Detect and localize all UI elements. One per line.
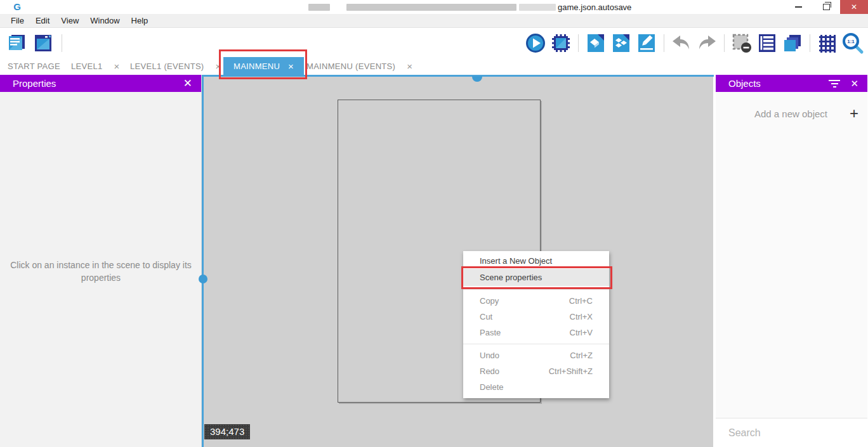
context-menu-item-cut[interactable]: Cut Ctrl+X	[463, 309, 609, 325]
tab-bar: START PAGE LEVEL1 × LEVEL1 (EVENTS) × MA…	[0, 57, 868, 75]
menu-separator	[463, 344, 609, 344]
start-page-button[interactable]	[32, 31, 55, 55]
menu-file[interactable]: File	[5, 14, 30, 27]
menu-help[interactable]: Help	[126, 14, 154, 27]
zoom-label: 1:1	[847, 39, 855, 44]
menu-item-label: Paste	[480, 328, 501, 337]
properties-panel-header: Properties ✕	[0, 75, 201, 92]
context-menu-item-paste[interactable]: Paste Ctrl+V	[463, 325, 609, 340]
redo-button[interactable]	[695, 31, 718, 55]
grid-icon	[817, 32, 838, 54]
restore-button[interactable]	[812, 0, 840, 14]
context-menu-item-copy[interactable]: Copy Ctrl+C	[463, 293, 609, 309]
layers-button[interactable]	[781, 31, 804, 55]
edit-scene-properties-button[interactable]	[635, 31, 658, 55]
resize-handle-left[interactable]	[199, 275, 207, 283]
menu-item-label: Redo	[480, 366, 499, 376]
menu-item-label: Delete	[480, 382, 504, 392]
tab-start-page[interactable]: START PAGE	[8, 57, 60, 75]
objects-panel-header: Objects ✕	[716, 75, 867, 92]
selection-minus-icon	[731, 32, 753, 54]
menu-bar: File Edit View Window Help	[0, 14, 868, 28]
instances-list-button[interactable]	[756, 31, 779, 55]
restore-icon	[823, 4, 830, 10]
tab-label: MAINMENU (EVENTS)	[306, 62, 395, 71]
menu-item-label: Scene properties	[480, 273, 542, 282]
properties-empty-message: Click on an instance in the scene to dis…	[6, 259, 196, 284]
document-pencil-icon	[636, 32, 657, 54]
close-panel-icon[interactable]: ✕	[850, 78, 858, 89]
objects-panel: Objects ✕ Add a new object +	[713, 75, 867, 447]
zoom-1-1-icon: 1:1	[841, 32, 864, 55]
add-object-button[interactable]	[584, 31, 607, 55]
context-menu-item-insert-object[interactable]: Insert a New Object	[463, 253, 609, 269]
canvas-top-border	[202, 75, 714, 77]
context-menu: Insert a New Object Scene properties Cop…	[463, 251, 609, 398]
menu-item-shortcut: Ctrl+V	[570, 328, 593, 337]
redacted-text-block	[308, 4, 330, 11]
menu-item-label: Undo	[480, 351, 499, 360]
properties-panel: Properties ✕ Click on an instance in the…	[0, 75, 202, 447]
objects-list-button[interactable]	[610, 31, 633, 55]
menu-item-shortcut: Ctrl+Shift+Z	[549, 366, 593, 376]
canvas-left-border	[202, 75, 204, 447]
cursor-coordinates-badge: 394;473	[204, 424, 250, 439]
close-tab-icon[interactable]: ×	[114, 62, 120, 71]
zoom-original-button[interactable]: 1:1	[841, 31, 864, 55]
menu-item-label: Copy	[480, 296, 499, 306]
add-object-label: Add a new object	[716, 108, 850, 119]
minimize-button[interactable]	[784, 0, 812, 14]
play-preview-button[interactable]	[524, 31, 547, 55]
grid-button[interactable]	[816, 31, 839, 55]
close-tab-icon[interactable]: ×	[407, 62, 412, 71]
tab-label: LEVEL1	[71, 62, 103, 71]
resize-handle-top[interactable]	[472, 76, 482, 82]
search-input[interactable]	[727, 427, 861, 439]
menu-item-shortcut: Ctrl+X	[570, 312, 593, 321]
close-icon: ✕	[851, 3, 857, 11]
redo-icon	[695, 32, 718, 54]
context-menu-item-scene-properties[interactable]: Scene properties	[463, 269, 609, 286]
title-bar: G game.json.autosave ✕	[0, 0, 868, 14]
menu-window[interactable]: Window	[84, 14, 125, 27]
context-menu-item-delete[interactable]: Delete	[463, 379, 609, 395]
search-bar	[716, 418, 867, 447]
debug-icon	[550, 32, 572, 54]
menu-item-shortcut: Ctrl+Z	[570, 351, 593, 360]
app-logo-icon: G	[11, 1, 23, 13]
redacted-text-block	[519, 4, 556, 11]
delete-selection-button[interactable]	[730, 31, 753, 55]
tab-label: LEVEL1 (EVENTS)	[130, 62, 204, 71]
tab-label: START PAGE	[8, 62, 60, 71]
close-tab-icon[interactable]: ×	[216, 62, 221, 71]
tab-mainmenu-events[interactable]: MAINMENU (EVENTS) ×	[306, 57, 412, 75]
close-panel-icon[interactable]: ✕	[183, 77, 192, 90]
play-icon	[525, 32, 546, 54]
tab-level1-events[interactable]: LEVEL1 (EVENTS) ×	[130, 57, 221, 75]
close-tab-icon[interactable]: ×	[288, 62, 294, 71]
close-window-button[interactable]: ✕	[840, 0, 868, 14]
window-title-group: game.json.autosave	[308, 2, 631, 12]
project-manager-icon	[6, 33, 27, 53]
menu-edit[interactable]: Edit	[30, 14, 55, 27]
undo-button[interactable]	[670, 31, 693, 55]
context-menu-item-undo[interactable]: Undo Ctrl+Z	[463, 347, 609, 363]
undo-icon	[670, 32, 693, 54]
menu-item-label: Cut	[480, 312, 492, 321]
menu-view[interactable]: View	[55, 14, 84, 27]
project-manager-button[interactable]	[5, 31, 28, 55]
context-menu-item-redo[interactable]: Redo Ctrl+Shift+Z	[463, 363, 609, 379]
minimize-icon	[795, 6, 802, 8]
scene-canvas[interactable]: 394;473 Insert a New Object Scene proper…	[202, 75, 714, 447]
add-object-plus-button[interactable]: +	[850, 106, 858, 121]
tab-label: MAINMENU	[233, 62, 280, 71]
tab-level1[interactable]: LEVEL1 ×	[71, 57, 120, 75]
redacted-text-block	[346, 4, 516, 11]
toolbar: 1:1	[0, 29, 868, 57]
filter-icon[interactable]	[829, 80, 840, 87]
tab-mainmenu[interactable]: MAINMENU ×	[223, 57, 304, 75]
menu-item-shortcut: Ctrl+C	[569, 296, 593, 306]
objects-title: Objects	[728, 78, 761, 89]
menu-separator	[463, 289, 609, 290]
debugger-button[interactable]	[549, 31, 572, 55]
